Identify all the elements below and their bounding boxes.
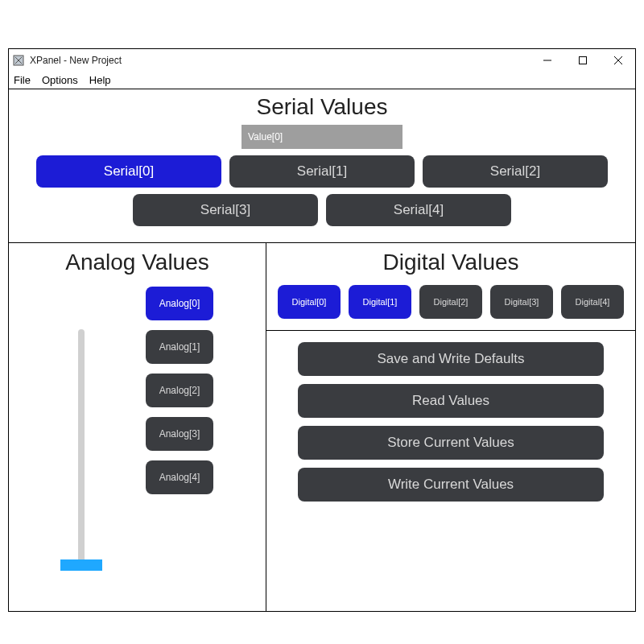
serial-panel: Serial Values Value[0] Serial[0] Serial[… <box>9 89 635 243</box>
digital-button-4[interactable]: Digital[4] <box>561 285 624 319</box>
menubar: File Options Help <box>9 72 635 89</box>
digital-button-3[interactable]: Digital[3] <box>490 285 553 319</box>
menu-help[interactable]: Help <box>89 74 111 86</box>
menu-options[interactable]: Options <box>42 74 78 86</box>
serial-button-1[interactable]: Serial[1] <box>229 155 415 188</box>
analog-button-1[interactable]: Analog[1] <box>146 330 213 364</box>
app-window: XPanel - New Project File Options Help S… <box>8 48 636 612</box>
save-defaults-button[interactable]: Save and Write Defaults <box>298 342 604 376</box>
analog-button-2[interactable]: Analog[2] <box>146 374 213 407</box>
serial-button-3[interactable]: Serial[3] <box>133 194 318 226</box>
close-button[interactable] <box>609 52 627 69</box>
analog-slider[interactable] <box>17 287 146 605</box>
digital-button-1[interactable]: Digital[1] <box>349 285 411 319</box>
slider-thumb[interactable] <box>60 559 102 571</box>
digital-panel: Digital Values Digital[0] Digital[1] Dig… <box>266 243 635 331</box>
analog-button-4[interactable]: Analog[4] <box>146 460 213 494</box>
menu-file[interactable]: File <box>14 74 31 86</box>
write-current-button[interactable]: Write Current Values <box>298 468 604 502</box>
serial-value-display[interactable]: Value[0] <box>242 125 402 149</box>
digital-button-0[interactable]: Digital[0] <box>278 285 341 319</box>
analog-panel: Analog Values Analog[0] Analog[1] Analog… <box>9 243 266 611</box>
slider-track <box>78 329 85 563</box>
window-title: XPanel - New Project <box>30 55 122 66</box>
digital-title: Digital Values <box>275 250 627 275</box>
maximize-button[interactable] <box>574 52 592 69</box>
app-icon <box>12 54 25 67</box>
titlebar: XPanel - New Project <box>9 49 635 72</box>
digital-button-2[interactable]: Digital[2] <box>419 285 482 319</box>
serial-button-0[interactable]: Serial[0] <box>36 155 221 188</box>
read-values-button[interactable]: Read Values <box>298 384 604 418</box>
minimize-button[interactable] <box>539 52 556 69</box>
store-current-button[interactable]: Store Current Values <box>298 426 604 460</box>
analog-button-3[interactable]: Analog[3] <box>146 417 213 451</box>
analog-button-0[interactable]: Analog[0] <box>146 287 213 320</box>
serial-button-2[interactable]: Serial[2] <box>423 155 608 188</box>
serial-button-4[interactable]: Serial[4] <box>326 194 511 226</box>
serial-title: Serial Values <box>9 94 635 120</box>
svg-rect-2 <box>580 57 587 64</box>
actions-panel: Save and Write Defaults Read Values Stor… <box>266 331 635 611</box>
analog-title: Analog Values <box>17 250 258 275</box>
